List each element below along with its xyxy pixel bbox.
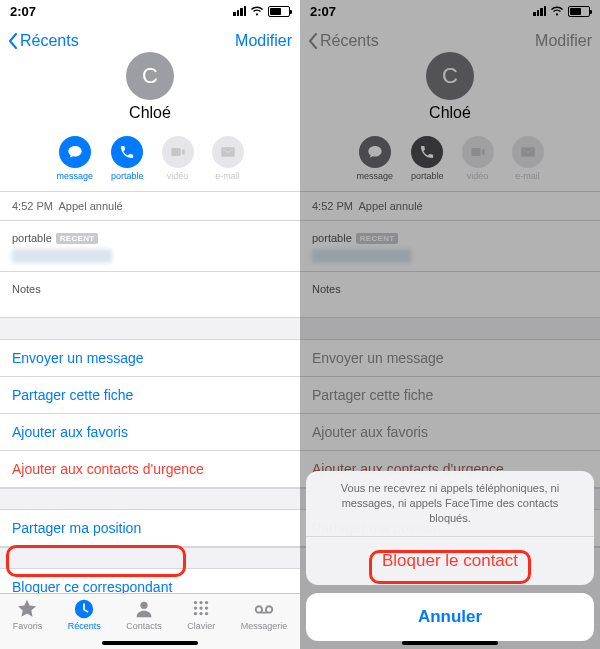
tab-voicemail[interactable]: Messagerie [241, 598, 288, 631]
phone-number-blurred [312, 249, 412, 263]
phone-label: portable [312, 232, 352, 244]
edit-button[interactable]: Modifier [235, 32, 292, 50]
sheet-message: Vous ne recevrez ni appels téléphoniques… [306, 471, 594, 537]
svg-point-6 [205, 606, 208, 609]
status-time: 2:07 [310, 4, 336, 19]
row-send-message: Envoyer un message [300, 340, 600, 377]
svg-point-9 [205, 612, 208, 615]
back-button: Récents [308, 32, 379, 50]
battery-icon [568, 6, 590, 17]
action-label: portable [411, 171, 444, 181]
quick-actions: message portable vidéo e-mail [300, 130, 600, 192]
svg-point-8 [200, 612, 203, 615]
chevron-left-icon [8, 33, 18, 49]
section-gap [0, 488, 300, 510]
tab-contacts[interactable]: Contacts [126, 598, 162, 631]
contact-header: C Chloé [0, 60, 300, 130]
tab-recents[interactable]: Récents [68, 598, 101, 631]
home-indicator[interactable] [102, 641, 198, 645]
row-share-location[interactable]: Partager ma position [0, 510, 300, 547]
row-send-message[interactable]: Envoyer un message [0, 340, 300, 377]
tab-keypad[interactable]: Clavier [187, 598, 215, 631]
action-video: vidéo [162, 136, 194, 181]
video-icon [470, 144, 486, 160]
row-share-card[interactable]: Partager cette fiche [0, 377, 300, 414]
sheet-block-button[interactable]: Bloquer le contact [306, 537, 594, 585]
row-block-caller[interactable]: Bloquer ce correspondant [0, 569, 300, 593]
tab-favorites[interactable]: Favoris [13, 598, 43, 631]
star-icon [16, 598, 38, 620]
status-time: 2:07 [10, 4, 36, 19]
action-label: e-mail [215, 171, 240, 181]
svg-point-5 [200, 606, 203, 609]
action-label: vidéo [167, 171, 189, 181]
phone-label: portable [12, 232, 52, 244]
section-gap [0, 547, 300, 569]
back-label: Récents [20, 32, 79, 50]
notes-section: Notes [300, 272, 600, 318]
svg-point-3 [205, 601, 208, 604]
action-sheet: Vous ne recevrez ni appels téléphoniques… [306, 471, 594, 641]
keypad-icon [190, 598, 212, 620]
status-bar: 2:07 [0, 0, 300, 22]
action-message[interactable]: message [56, 136, 93, 181]
sheet-cancel-button[interactable]: Annuler [306, 593, 594, 641]
chevron-left-icon [308, 33, 318, 49]
email-icon [220, 144, 236, 160]
action-label: message [56, 171, 93, 181]
edit-button: Modifier [535, 32, 592, 50]
call-log-row: 4:52 PM Appel annulé [300, 192, 600, 221]
call-log-row: 4:52 PM Appel annulé [0, 192, 300, 221]
cellular-icon [233, 6, 246, 16]
action-label: e-mail [515, 171, 540, 181]
email-icon [520, 144, 536, 160]
contact-name: Chloé [129, 104, 171, 122]
contact-header: C Chloé [300, 60, 600, 130]
avatar: C [426, 52, 474, 100]
action-email: e-mail [512, 136, 544, 181]
avatar: C [126, 52, 174, 100]
contact-name: Chloé [429, 104, 471, 122]
phone-icon [419, 144, 435, 160]
svg-point-0 [140, 602, 147, 609]
quick-actions: message portable vidéo e-mail [0, 130, 300, 192]
notes-section[interactable]: Notes [0, 272, 300, 318]
row-emergency-contact[interactable]: Ajouter aux contacts d'urgence [0, 451, 300, 488]
clock-icon [73, 598, 95, 620]
notes-label: Notes [12, 283, 41, 295]
action-label: vidéo [467, 171, 489, 181]
tab-label: Récents [68, 621, 101, 631]
status-icons [533, 6, 590, 17]
action-video: vidéo [462, 136, 494, 181]
row-add-favorite[interactable]: Ajouter aux favoris [0, 414, 300, 451]
action-label: portable [111, 171, 144, 181]
tab-label: Favoris [13, 621, 43, 631]
content-scroll[interactable]: 4:52 PM Appel annulé portableRECENT Note… [0, 192, 300, 593]
screen-block-sheet: 2:07 Récents Modifier C Chloé message po… [300, 0, 600, 649]
phone-section[interactable]: portableRECENT [0, 221, 300, 272]
message-icon [367, 144, 383, 160]
call-status: Appel annulé [358, 200, 422, 212]
action-message: message [356, 136, 393, 181]
tab-label: Messagerie [241, 621, 288, 631]
wifi-icon [550, 6, 564, 17]
action-call[interactable]: portable [111, 136, 144, 181]
row-add-favorite: Ajouter aux favoris [300, 414, 600, 451]
screen-contact-card: 2:07 Récents Modifier C Chloé message po… [0, 0, 300, 649]
message-icon [67, 144, 83, 160]
action-email: e-mail [212, 136, 244, 181]
notes-label: Notes [312, 283, 341, 295]
svg-point-1 [194, 601, 197, 604]
video-icon [170, 144, 186, 160]
back-button[interactable]: Récents [8, 32, 79, 50]
back-label: Récents [320, 32, 379, 50]
cellular-icon [533, 6, 546, 16]
tab-label: Clavier [187, 621, 215, 631]
home-indicator[interactable] [402, 641, 498, 645]
phone-number-blurred [12, 249, 112, 263]
svg-point-2 [200, 601, 203, 604]
recent-badge: RECENT [356, 233, 399, 244]
status-icons [233, 6, 290, 17]
section-gap [300, 318, 600, 340]
status-bar: 2:07 [300, 0, 600, 22]
